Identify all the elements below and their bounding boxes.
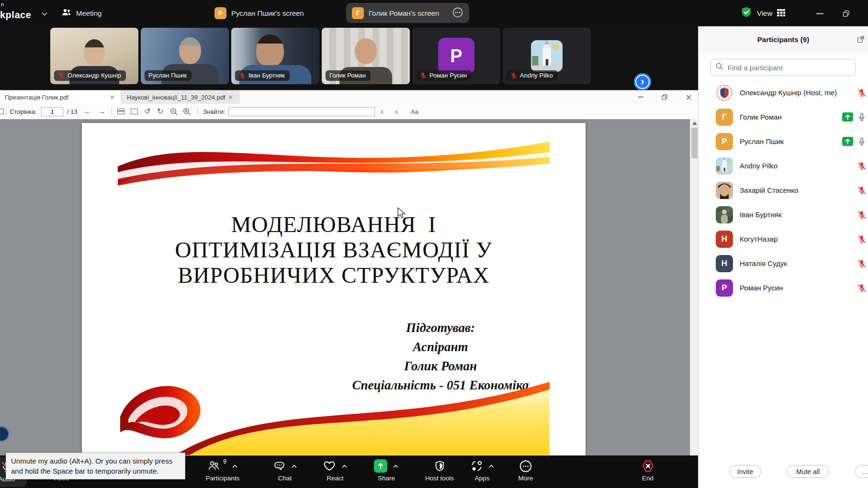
participant-mic-icon[interactable] [857, 259, 866, 268]
fit-page-icon[interactable] [131, 104, 138, 119]
window-restore-button[interactable] [839, 7, 853, 20]
control-label: Participants [206, 475, 240, 482]
tab-label: Голик Роман's screen [369, 9, 447, 17]
close-icon[interactable]: ✕ [228, 94, 233, 101]
find-prev-icon[interactable]: ‹ [381, 104, 383, 119]
view-menu[interactable]: View [740, 0, 786, 26]
chevron-up-icon[interactable] [291, 464, 297, 468]
filmstrip-next-button[interactable]: › [634, 73, 651, 90]
participant-mic-icon[interactable] [857, 284, 866, 292]
video-tile[interactable]: Олександр Кушнір [50, 28, 138, 84]
pdf-toolbar: Сторінка: / 13 ← → ↺ ↻ Знайти: ‹ › Aa [0, 104, 698, 120]
participant-name: Захарій Стасенко [740, 186, 798, 194]
fit-width-icon[interactable] [117, 104, 124, 119]
mute-all-button[interactable]: Mute all [787, 465, 829, 478]
pdf-restore-button[interactable] [656, 90, 673, 104]
participant-row[interactable]: Іван Буртняк [699, 202, 868, 227]
tab-avatar: Г [352, 7, 364, 19]
meeting-window: n kplace Meeting P Руслан Пшик's screen … [0, 0, 868, 488]
video-tile[interactable]: Іван Буртняк [231, 28, 319, 84]
control-label: Share [378, 475, 395, 482]
view-grid-icon [777, 9, 786, 18]
people-icon [61, 9, 71, 18]
pdf-tab-innovations[interactable]: Наукові_інновації_11_39_2024.pdf ✕ [121, 90, 239, 104]
page-forward-icon[interactable]: → [98, 104, 106, 119]
find-input[interactable] [228, 107, 375, 116]
participant-row[interactable]: Andriy Pilko [699, 154, 868, 178]
control-icon [641, 459, 655, 473]
participants-title: Participants (9) [699, 35, 868, 44]
chevron-up-icon[interactable] [393, 464, 399, 468]
invite-button[interactable]: Invite [729, 465, 761, 478]
participant-row[interactable]: Г Голик Роман [699, 105, 868, 129]
window-minimize-button[interactable] [812, 7, 827, 20]
participant-mic-icon[interactable] [857, 113, 866, 122]
slide-title: МОДЕЛЮВАННЯ І ОПТИМІЗАЦІЯ ВЗАЄМОДІЇ У ВИ… [82, 212, 586, 288]
search-input[interactable] [727, 63, 850, 72]
participant-row[interactable]: Р Роман Русин [699, 276, 868, 300]
control-icon [207, 460, 220, 472]
chevron-up-icon[interactable] [232, 464, 238, 468]
participant-search[interactable] [710, 59, 856, 76]
pdf-minimize-button[interactable] [632, 90, 649, 104]
video-tile[interactable]: Руслан Пшик [141, 28, 229, 84]
participant-mic-icon[interactable] [857, 162, 866, 170]
rotate-cw-icon[interactable]: ↻ [157, 104, 163, 119]
scrollbar-thumb[interactable] [691, 128, 698, 158]
tab-label: Руслан Пшик's screen [231, 9, 304, 17]
participant-mic-icon[interactable] [857, 137, 866, 146]
pdf-tab-presentation[interactable]: Презентація Голик.pdf ✕ [0, 90, 121, 104]
tab-holyk-screen-active[interactable]: Г Голик Роман's screen [346, 3, 469, 23]
chevron-up-icon[interactable] [488, 464, 495, 468]
control-host-tools-button[interactable]: Host tools [415, 455, 464, 488]
participant-avatar: Н [716, 255, 733, 272]
tab-meeting[interactable]: Meeting [61, 0, 101, 26]
sidebar-toggle-icon[interactable] [0, 104, 4, 119]
chevron-down-icon[interactable] [41, 10, 48, 18]
tab-menu-icon[interactable] [452, 7, 463, 20]
video-tile[interactable]: P Роман Русин [412, 28, 500, 84]
mic-muted-icon [420, 72, 427, 79]
tile-name: Іван Буртняк [248, 72, 285, 79]
pdf-close-button[interactable] [680, 90, 697, 104]
find-next-icon[interactable]: › [395, 104, 398, 119]
video-tile[interactable]: Голик Роман [322, 28, 410, 84]
pdf-tab-title: Презентація Голик.pdf [5, 94, 68, 101]
participant-row[interactable]: Олександр Кушнір (Host, me) [699, 80, 868, 105]
zoom-out-icon[interactable] [170, 104, 178, 119]
video-tile[interactable]: Andriy Pilko [503, 28, 591, 84]
participant-mic-icon[interactable] [857, 89, 866, 97]
participant-row[interactable]: Захарій Стасенко [699, 178, 868, 202]
scrollbar-up-arrow[interactable] [692, 122, 697, 125]
pdf-scrollbar[interactable] [690, 119, 698, 488]
participant-mic-icon[interactable] [857, 235, 866, 244]
match-case-toggle[interactable]: Aa [411, 104, 418, 119]
participants-more-button[interactable]: … [855, 465, 868, 478]
security-shield-icon[interactable] [740, 6, 753, 21]
page-back-icon[interactable]: ← [84, 104, 91, 119]
chevron-up-icon[interactable] [341, 464, 348, 468]
page-number-input[interactable] [41, 107, 63, 116]
control-chat-button[interactable]: Chat [266, 455, 304, 488]
participant-name: Наталія Судук [740, 259, 787, 267]
control-share-button[interactable]: Share [365, 455, 407, 488]
tab-pshyk-screen[interactable]: P Руслан Пшик's screen [214, 0, 304, 26]
popout-icon[interactable] [857, 35, 865, 45]
participant-row[interactable]: Н Наталія Судук [699, 251, 868, 276]
participant-row[interactable]: Р Руслан Пшик [699, 129, 868, 154]
pdf-document-area[interactable]: МОДЕЛЮВАННЯ І ОПТИМІЗАЦІЯ ВЗАЄМОДІЇ У ВИ… [0, 119, 690, 488]
control-react-button[interactable]: React [315, 455, 355, 488]
tile-name-pill: Голик Роман [326, 70, 371, 81]
tile-name: Andriy Pilko [520, 72, 553, 79]
control-end-button[interactable]: End [630, 455, 666, 488]
control-apps-button[interactable]: Apps [464, 455, 500, 488]
control-more-button[interactable]: More [507, 455, 545, 488]
rotate-ccw-icon[interactable]: ↺ [144, 104, 150, 119]
participant-mic-icon[interactable] [857, 211, 866, 219]
close-icon[interactable]: ✕ [110, 94, 115, 101]
control-participants-button[interactable]: 9 Participants [192, 455, 254, 488]
participant-mic-icon[interactable] [857, 186, 866, 195]
control-icon [273, 460, 286, 472]
participant-row[interactable]: Н КогутНазар [699, 227, 868, 251]
zoom-in-icon[interactable] [183, 104, 191, 119]
